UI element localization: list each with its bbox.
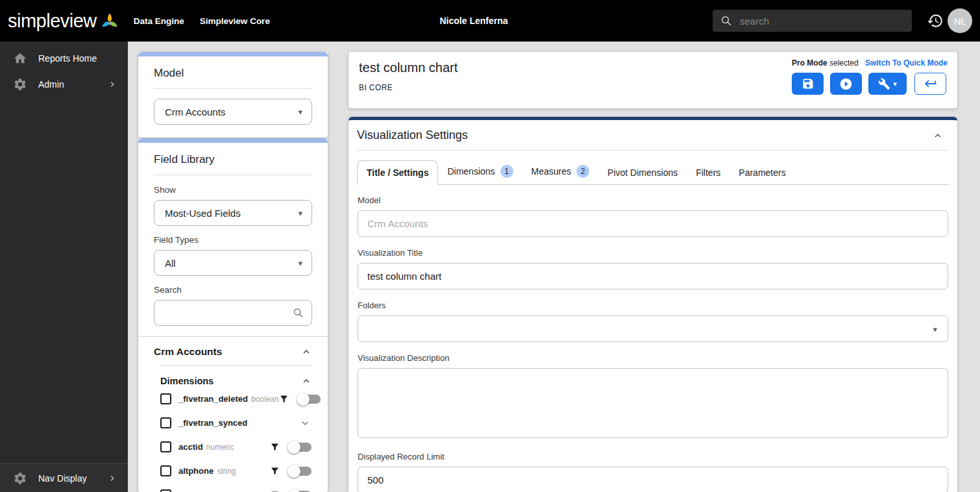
visualization-title-label: Visualization Title: [358, 248, 948, 258]
visualization-description-textarea[interactable]: [358, 368, 948, 438]
card-accent-bar: [138, 138, 328, 143]
field-toggle[interactable]: [288, 465, 312, 478]
tab-count-badge: 1: [500, 165, 513, 178]
tab-label: Dimensions: [447, 166, 495, 177]
field-checkbox[interactable]: [160, 489, 171, 492]
report-header-card: test column chart BI CORE Pro Mode selec…: [349, 52, 957, 108]
folders-select[interactable]: ▾: [358, 315, 948, 342]
save-button[interactable]: [792, 73, 824, 95]
sidebar-item-reports-home[interactable]: Reports Home: [0, 45, 128, 71]
model-section-title: Crm Accounts: [154, 346, 222, 358]
tab-label: Pivot Dimensions: [607, 167, 678, 178]
chevron-up-icon[interactable]: [300, 346, 312, 358]
tools-dropdown-button[interactable]: ▾: [868, 73, 907, 95]
collapse-chevron-icon[interactable]: [932, 130, 944, 141]
field-checkbox[interactable]: [160, 441, 171, 452]
field-toggle[interactable]: [297, 393, 321, 406]
home-icon: [13, 51, 27, 66]
switch-mode-link[interactable]: Switch To Quick Mode: [865, 58, 948, 68]
sidebar-item-admin[interactable]: Admin: [0, 71, 128, 97]
back-button[interactable]: [914, 73, 946, 95]
field-toggle[interactable]: [288, 441, 312, 454]
field-row: altphoneext string: [160, 483, 312, 492]
wrench-icon: [878, 78, 890, 90]
field-row: _fivetran_synced: [160, 411, 312, 435]
search-input[interactable]: [740, 16, 904, 27]
gear-icon: [13, 77, 27, 92]
tab-measures[interactable]: Measures 2: [522, 158, 598, 184]
history-icon[interactable]: [927, 12, 944, 29]
chevron-right-icon: [107, 473, 117, 484]
field-name: altphone: [178, 466, 214, 476]
tab-dimensions[interactable]: Dimensions 1: [438, 158, 522, 184]
nav-data-engine[interactable]: Data Engine: [134, 16, 184, 26]
folders-label: Folders: [358, 301, 948, 310]
divider: [154, 175, 312, 175]
sidebar-item-label: Reports Home: [38, 53, 97, 64]
field-name: _fivetran_synced: [178, 418, 247, 428]
chevron-down-icon[interactable]: [299, 417, 311, 429]
save-icon: [802, 77, 815, 90]
field-row: acctid numeric: [160, 435, 312, 459]
filter-icon[interactable]: [279, 394, 289, 404]
run-button[interactable]: [830, 73, 862, 95]
show-select[interactable]: Most-Used Fields ▾: [154, 200, 312, 226]
mode-status: Pro Mode selected: [792, 58, 859, 68]
sidebar-item-label: Admin: [38, 79, 64, 90]
top-navigation-bar: simpleview Data Engine Simpleview Core N…: [0, 0, 980, 42]
tab-pivot-dimensions[interactable]: Pivot Dimensions: [598, 161, 687, 184]
model-field-input[interactable]: [358, 210, 948, 237]
field-library-card: Field Library Show Most-Used Fields ▾ Fi…: [138, 138, 328, 492]
field-row: altphone string: [160, 459, 312, 483]
field-search[interactable]: [154, 300, 312, 326]
model-card: Model Crm Accounts ▾: [138, 52, 328, 138]
mode-status-rest: selected: [829, 58, 859, 68]
filter-icon[interactable]: [270, 442, 280, 452]
field-type: numeric: [206, 443, 234, 452]
show-label: Show: [154, 185, 312, 195]
field-type: string: [217, 467, 236, 476]
model-section-header[interactable]: Crm Accounts: [154, 346, 312, 358]
field-checkbox[interactable]: [160, 465, 171, 476]
left-sidebar: Reports Home Admin Nav Display: [0, 42, 128, 492]
tab-filters[interactable]: Filters: [687, 161, 729, 184]
avatar[interactable]: NL: [948, 8, 972, 33]
logo-text: simpleview: [8, 10, 97, 32]
caret-down-icon: ▾: [893, 80, 897, 88]
dimensions-group-title: Dimensions: [160, 376, 214, 386]
divider: [154, 88, 312, 89]
model-select[interactable]: Crm Accounts ▾: [154, 99, 312, 125]
card-accent-bar: [138, 52, 328, 56]
search-icon: [720, 15, 732, 27]
tab-count-badge: 2: [576, 165, 589, 178]
simpleview-logo[interactable]: simpleview: [8, 10, 119, 32]
tab-parameters[interactable]: Parameters: [729, 161, 794, 184]
visualization-description-label: Visualization Description: [358, 353, 948, 363]
chevron-right-icon: [107, 79, 117, 90]
field-name: acctid: [178, 442, 203, 452]
chevron-up-icon[interactable]: [300, 375, 312, 387]
divider: [160, 365, 312, 366]
dimensions-group-header[interactable]: Dimensions: [160, 375, 312, 387]
nav-simpleview-core[interactable]: Simpleview Core: [200, 16, 270, 26]
field-search-input[interactable]: [164, 308, 287, 319]
caret-down-icon: ▾: [298, 258, 302, 268]
visualization-title-input[interactable]: [358, 263, 948, 289]
caret-down-icon: ▾: [298, 208, 302, 218]
caret-down-icon: ▾: [933, 324, 937, 334]
field-checkbox[interactable]: [160, 417, 171, 428]
top-nav-links: Data Engine Simpleview Core: [134, 16, 270, 26]
field-types-select[interactable]: All ▾: [154, 250, 312, 276]
sidebar-item-nav-display[interactable]: Nav Display: [0, 463, 128, 492]
mode-status-bold: Pro Mode: [792, 58, 827, 68]
record-limit-input[interactable]: [358, 467, 948, 492]
field-types-select-value: All: [165, 258, 176, 269]
filter-icon[interactable]: [270, 466, 280, 476]
panel-title: Visualization Settings: [357, 129, 468, 142]
global-search[interactable]: [713, 10, 912, 32]
tab-label: Measures: [532, 166, 571, 177]
tab-title-settings[interactable]: Title / Settings: [357, 160, 438, 185]
field-checkbox[interactable]: [160, 393, 171, 404]
field-toggle[interactable]: [288, 489, 312, 492]
tab-label: Title / Settings: [367, 167, 428, 178]
